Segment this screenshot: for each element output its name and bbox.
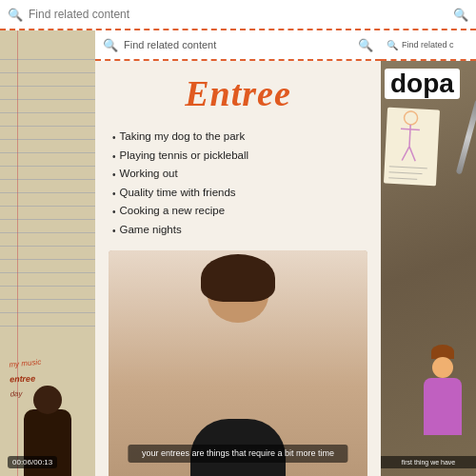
top-search-input[interactable] bbox=[29, 8, 447, 21]
paper-drawing bbox=[384, 108, 435, 187]
entree-title: Entree bbox=[185, 72, 291, 114]
rule-3 bbox=[0, 86, 95, 87]
rule-13 bbox=[0, 219, 95, 220]
right-video-panel[interactable]: 🔍 Find related c dopa bbox=[381, 30, 476, 476]
rule-2 bbox=[0, 72, 95, 73]
svg-line-3 bbox=[402, 147, 409, 161]
right-search-icon: 🔍 bbox=[387, 40, 398, 50]
right-dopa-text: dopa bbox=[385, 69, 460, 99]
center-bar-right-icon: 🔍 bbox=[358, 38, 373, 52]
activities-list: Taking my dog to the park Playing tennis… bbox=[109, 128, 367, 239]
woman-hair bbox=[201, 254, 275, 302]
left-video-panel[interactable]: my music entree day 00:06/00:13 bbox=[0, 30, 95, 476]
svg-line-4 bbox=[408, 147, 416, 161]
svg-line-2 bbox=[401, 129, 420, 129]
center-video-panel[interactable]: 🔍 Find related content 🔍 Entree Taking m… bbox=[95, 30, 381, 476]
rule-8 bbox=[0, 152, 95, 153]
rule-14 bbox=[0, 232, 95, 233]
center-top-bar: 🔍 Find related content 🔍 bbox=[95, 30, 381, 61]
rule-20 bbox=[0, 312, 95, 313]
rule-11 bbox=[0, 192, 95, 193]
svg-line-7 bbox=[388, 178, 417, 180]
right-content: dopa bbox=[381, 61, 476, 476]
center-content: Entree Taking my dog to the park Playing… bbox=[95, 61, 381, 476]
rule-18 bbox=[0, 286, 95, 287]
rule-10 bbox=[0, 179, 95, 180]
top-search-icon: 🔍 bbox=[8, 8, 23, 22]
rule-21 bbox=[0, 326, 95, 327]
rule-5 bbox=[0, 112, 95, 113]
right-char-head bbox=[432, 357, 453, 378]
list-item: Working out bbox=[112, 165, 367, 184]
svg-point-0 bbox=[404, 111, 418, 126]
right-char-body bbox=[424, 378, 462, 435]
svg-line-6 bbox=[389, 172, 423, 174]
list-item: Playing tennis or pickleball bbox=[112, 147, 367, 166]
right-bar-text: Find related c bbox=[402, 40, 470, 50]
entree-title-text: Entree bbox=[185, 73, 291, 113]
content-row: my music entree day 00:06/00:13 🔍 Find r… bbox=[0, 30, 476, 476]
left-person-head bbox=[33, 386, 62, 414]
list-item: Cooking a new recipe bbox=[112, 202, 367, 221]
rule-15 bbox=[0, 246, 95, 247]
svg-line-1 bbox=[409, 125, 410, 147]
top-search-bar: 🔍 🔍 bbox=[0, 0, 476, 30]
rule-9 bbox=[0, 166, 95, 167]
notebook-margin-line bbox=[17, 30, 18, 476]
center-bar-text: Find related content bbox=[124, 39, 352, 50]
rule-17 bbox=[0, 272, 95, 273]
center-search-icon: 🔍 bbox=[103, 38, 118, 52]
list-item: Taking my dog to the park bbox=[112, 128, 367, 147]
rule-7 bbox=[0, 139, 95, 140]
right-top-bar: 🔍 Find related c bbox=[381, 30, 476, 61]
top-right-search-icon: 🔍 bbox=[453, 8, 468, 22]
right-character-figure bbox=[414, 343, 471, 457]
list-item: Quality time with friends bbox=[112, 184, 367, 203]
rule-19 bbox=[0, 299, 95, 300]
rule-16 bbox=[0, 259, 95, 260]
list-item: Game nights bbox=[112, 221, 367, 240]
woman-video-area: your entrees are things that require a b… bbox=[109, 250, 367, 476]
rule-6 bbox=[0, 126, 95, 127]
paper-note bbox=[384, 108, 440, 187]
svg-line-5 bbox=[389, 167, 427, 169]
center-video-subtitle: your entrees are things that require a b… bbox=[128, 445, 347, 463]
rule-4 bbox=[0, 99, 95, 100]
right-video-subtitle: first thing we have bbox=[381, 456, 476, 468]
video-timestamp: 00:06/00:13 bbox=[8, 456, 57, 468]
rule-12 bbox=[0, 206, 95, 207]
rule-1 bbox=[0, 59, 95, 60]
